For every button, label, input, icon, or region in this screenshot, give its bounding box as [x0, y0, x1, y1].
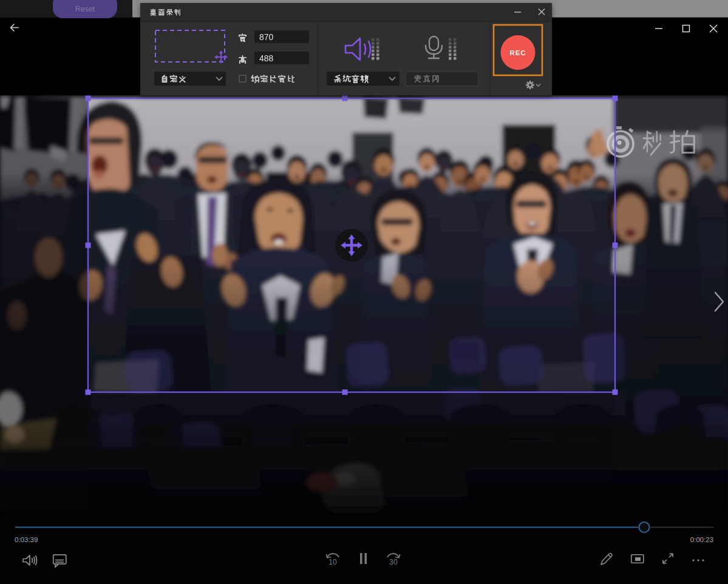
- svg-text:870: 870: [259, 32, 274, 42]
- svg-text:0:00:23: 0:00:23: [690, 536, 713, 543]
- svg-text:10: 10: [328, 558, 337, 566]
- svg-text:30: 30: [389, 558, 398, 566]
- svg-text:488: 488: [259, 53, 274, 63]
- svg-text:REC: REC: [509, 49, 526, 56]
- svg-text:0:03:39: 0:03:39: [15, 536, 38, 543]
